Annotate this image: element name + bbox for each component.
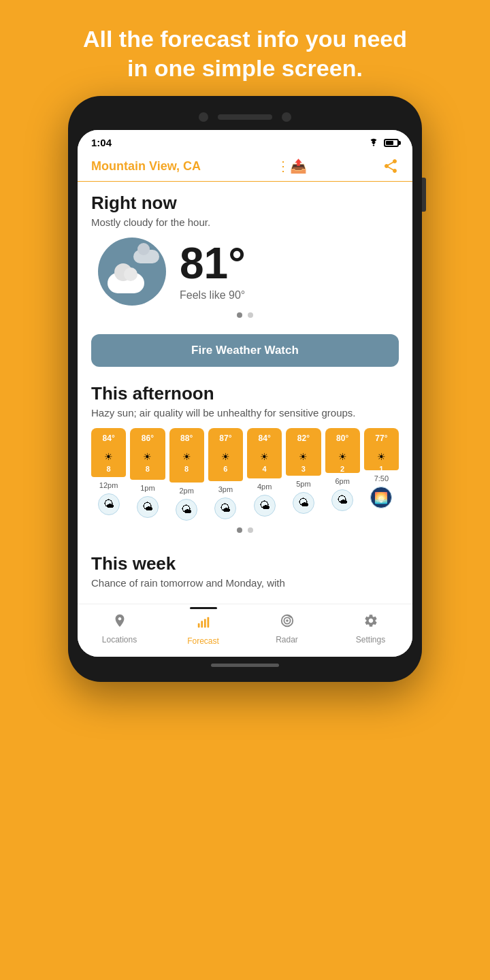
afternoon-section: This afternoon Hazy sun; air quality wil…: [78, 376, 412, 544]
nav-item-radar[interactable]: Radar: [245, 613, 329, 644]
hour-weather-icon: 🌅: [370, 487, 392, 508]
alert-text: Fire Weather Watch: [191, 344, 299, 357]
sun-icon-small: ☀: [143, 451, 152, 462]
front-camera-2: [282, 112, 291, 122]
weather-icon-circle: [98, 238, 166, 306]
phone-notch: [78, 105, 412, 130]
nav-active-indicator: [190, 607, 217, 609]
bottom-nav: LocationsForecastRadarSettings: [78, 604, 412, 657]
hour-col: 84° ☀ 4 4pm🌤: [247, 428, 282, 521]
dot-inactive: [248, 312, 253, 318]
earpiece: [218, 114, 272, 120]
temperature-value: 81°: [180, 242, 246, 285]
phone-side-button: [422, 178, 426, 212]
uv-index: 3: [301, 465, 306, 473]
wifi-icon: [368, 138, 380, 148]
phone-bottom-bar: [78, 657, 412, 672]
status-time: 1:04: [91, 137, 112, 148]
uv-index: 1: [379, 465, 383, 473]
svg-rect-2: [203, 619, 206, 627]
uv-index: 4: [263, 465, 267, 473]
uv-index: 8: [146, 465, 150, 473]
hour-bar: 84° ☀ 4: [247, 428, 282, 478]
sun-icon-small: ☀: [260, 451, 269, 462]
hour-weather-icon: 🌤: [331, 489, 353, 511]
right-now-section: Right now Mostly cloudy for the hour. 81…: [78, 182, 412, 331]
hour-label: 2pm: [179, 487, 193, 495]
hour-col: 87° ☀ 6 3pm🌤: [208, 428, 243, 521]
uv-index: 8: [107, 465, 111, 473]
status-bar: 1:04: [78, 130, 412, 152]
location-bar[interactable]: Mountain View, CA ⋮📤: [78, 152, 412, 182]
hour-temp: 87°: [219, 434, 231, 443]
sun-icon-small: ☀: [182, 451, 191, 462]
svg-point-6: [286, 619, 289, 622]
hour-label: 1pm: [140, 484, 154, 492]
hour-bar: 80° ☀ 2: [325, 428, 360, 473]
nav-item-locations[interactable]: Locations: [78, 613, 161, 644]
sun-icon-small: ☀: [299, 451, 308, 462]
page-indicator-2: [91, 521, 399, 538]
headline-line1: All the forecast info you need: [83, 26, 407, 52]
hour-label: 7:50: [374, 474, 389, 483]
dot-active-2: [237, 527, 242, 533]
uv-index: 2: [340, 465, 344, 473]
page-indicator-1: [91, 306, 399, 323]
right-now-title: Right now: [91, 193, 399, 214]
home-bar[interactable]: [211, 664, 279, 667]
hour-col: 88° ☀ 8 2pm🌤: [169, 428, 204, 521]
battery-fill: [386, 141, 393, 145]
hour-col: 80° ☀ 2 6pm🌤: [325, 428, 360, 521]
hour-bar: 87° ☀ 6: [208, 428, 243, 481]
nav-item-settings[interactable]: Settings: [329, 613, 412, 644]
hour-temp: 80°: [336, 434, 348, 443]
hour-bar: 86° ☀ 8: [130, 428, 165, 480]
sun-icon-small: ☀: [377, 451, 386, 462]
settings-nav-label: Settings: [356, 635, 385, 644]
headline-line2: in one simple screen.: [127, 55, 363, 81]
cloud-small: [133, 250, 159, 263]
nav-item-forecast[interactable]: Forecast: [161, 611, 245, 646]
alert-banner[interactable]: Fire Weather Watch: [91, 334, 399, 367]
locations-nav-icon: [112, 613, 127, 632]
cloud-main: [108, 273, 144, 293]
hour-col: 82° ☀ 3 5pm🌤: [286, 428, 321, 521]
week-title: This week: [91, 553, 399, 574]
feels-like-text: Feels like 90°: [180, 289, 246, 301]
afternoon-title: This afternoon: [91, 383, 399, 404]
hour-col: 84° ☀ 8 12pm🌤: [91, 428, 126, 521]
status-icons: [368, 138, 399, 148]
hour-bar: 82° ☀ 3: [286, 428, 321, 476]
front-camera: [199, 112, 208, 122]
uv-index: 6: [223, 465, 227, 473]
hour-weather-icon: 🌤: [98, 493, 120, 515]
radar-nav-label: Radar: [276, 635, 298, 644]
sun-icon-small: ☀: [221, 451, 230, 462]
sun-icon-small: ☀: [338, 451, 347, 462]
battery-icon: [384, 139, 399, 147]
hour-col: 86° ☀ 8 1pm🌤: [130, 428, 165, 521]
share-icon[interactable]: ⋮📤: [276, 158, 307, 174]
hour-temp: 84°: [259, 434, 271, 443]
locations-nav-label: Locations: [102, 635, 137, 644]
location-text: Mountain View, CA: [91, 159, 201, 174]
hour-bar: 84° ☀ 8: [91, 428, 126, 477]
sun-icon-small: ☀: [104, 451, 113, 462]
forecast-nav-icon: [196, 615, 211, 634]
share-icon-svg[interactable]: [382, 158, 399, 174]
radar-nav-icon: [280, 613, 295, 632]
hour-weather-icon: 🌤: [176, 499, 197, 521]
svg-rect-3: [207, 617, 209, 628]
hour-temp: 82°: [297, 434, 310, 443]
right-now-subtitle: Mostly cloudy for the hour.: [91, 216, 399, 228]
hour-temp: 88°: [180, 434, 193, 443]
hour-temp: 77°: [375, 434, 387, 443]
forecast-nav-label: Forecast: [187, 636, 219, 646]
hour-weather-icon: 🌤: [137, 496, 159, 518]
hour-weather-icon: 🌤: [293, 492, 314, 514]
headline: All the forecast info you need in one si…: [42, 0, 448, 96]
hour-bar: 88° ☀ 8: [169, 428, 204, 483]
hour-label: 12pm: [99, 481, 118, 489]
hour-bar: 77° ☀ 1: [364, 428, 399, 470]
hour-label: 5pm: [296, 480, 310, 488]
